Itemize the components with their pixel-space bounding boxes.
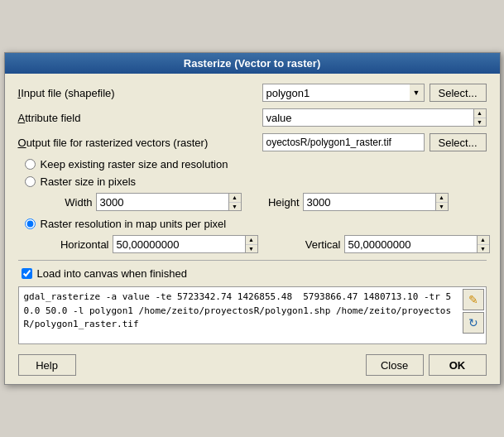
radio-raster-pixels-label: Raster size in pixels bbox=[41, 175, 137, 188]
output-file-select-btn[interactable]: Select... bbox=[430, 133, 487, 151]
input-file-select-btn[interactable]: Select... bbox=[430, 84, 487, 102]
height-spinner: ▲ ▼ bbox=[435, 193, 449, 211]
radio-keep-existing-label: Keep existing raster size and resolution bbox=[41, 158, 228, 170]
attribute-field-wrap: ▲ ▼ bbox=[262, 108, 487, 127]
help-button[interactable]: Help bbox=[18, 354, 76, 376]
height-spin: ▲ ▼ bbox=[303, 193, 449, 211]
input-file-combo: ▼ Select... bbox=[262, 84, 487, 102]
attribute-field-row: Attribute field ▲ ▼ bbox=[18, 108, 487, 127]
horizontal-spin-up[interactable]: ▲ bbox=[246, 236, 257, 245]
dialog-title: Rasterize (Vector to raster) bbox=[184, 57, 320, 70]
command-text: gdal_rasterize -a value -te 5723342.74 1… bbox=[24, 291, 481, 340]
attribute-field-label: Attribute field bbox=[18, 112, 262, 124]
height-label: Height bbox=[258, 196, 300, 209]
radio-keep-existing: Keep existing raster size and resolution bbox=[18, 158, 487, 170]
horizontal-spinner: ▲ ▼ bbox=[245, 235, 258, 253]
width-spin-down[interactable]: ▼ bbox=[229, 203, 241, 211]
vertical-spin: ▲ ▼ bbox=[344, 235, 490, 253]
radio-raster-pixels-input[interactable] bbox=[25, 176, 36, 187]
height-spin-up[interactable]: ▲ bbox=[436, 194, 448, 203]
load-canvas-checkbox[interactable] bbox=[22, 268, 32, 279]
vertical-spin-down[interactable]: ▼ bbox=[478, 245, 489, 253]
input-file-dropdown-arrow[interactable]: ▼ bbox=[410, 84, 425, 102]
radio-keep-existing-input[interactable] bbox=[25, 159, 36, 170]
horizontal-label: Horizontal bbox=[43, 238, 109, 251]
output-file-row: Output file for rasterized vectors (rast… bbox=[18, 133, 487, 151]
command-area: gdal_rasterize -a value -te 5723342.74 1… bbox=[18, 286, 487, 344]
input-file-row: IInput file (shapefile) ▼ Select... bbox=[18, 84, 487, 102]
horizontal-input[interactable] bbox=[113, 235, 245, 253]
load-canvas-label: Load into canvas when finished bbox=[37, 267, 187, 280]
width-spin: ▲ ▼ bbox=[96, 193, 242, 211]
horizontal-spin-down[interactable]: ▼ bbox=[246, 245, 257, 253]
ok-button[interactable]: OK bbox=[429, 354, 487, 376]
height-spin-down[interactable]: ▼ bbox=[436, 203, 448, 211]
vertical-spinner: ▲ ▼ bbox=[477, 235, 490, 253]
attribute-spin-down[interactable]: ▼ bbox=[474, 118, 486, 127]
width-spinner: ▲ ▼ bbox=[228, 193, 242, 211]
horizontal-spin: ▲ ▼ bbox=[113, 235, 258, 253]
cmd-buttons: ✎ ↻ bbox=[463, 289, 484, 334]
input-file-label: IInput file (shapefile) bbox=[18, 87, 262, 99]
vertical-label: Vertical bbox=[275, 238, 341, 251]
width-spin-up[interactable]: ▲ bbox=[229, 194, 241, 203]
refresh-icon: ↻ bbox=[468, 316, 478, 329]
title-bar: Rasterize (Vector to raster) bbox=[5, 53, 500, 74]
button-row: Help Close OK bbox=[18, 351, 487, 376]
vertical-group: Vertical ▲ ▼ bbox=[275, 235, 490, 253]
close-button[interactable]: Close bbox=[366, 354, 424, 376]
attribute-field-input[interactable] bbox=[262, 108, 473, 127]
dialog: Rasterize (Vector to raster) IInput file… bbox=[4, 52, 501, 385]
width-input[interactable] bbox=[96, 193, 228, 211]
radio-raster-resolution: Raster resolution in map units per pixel bbox=[18, 218, 487, 230]
resolution-section: Raster resolution in map units per pixel… bbox=[18, 218, 487, 253]
divider bbox=[18, 260, 487, 261]
resolution-inputs: Horizontal ▲ ▼ Vertical ▲ ▼ bbox=[18, 235, 487, 253]
radio-raster-pixels: Raster size in pixels bbox=[18, 175, 487, 188]
radio-raster-resolution-label: Raster resolution in map units per pixel bbox=[41, 218, 227, 230]
output-file-text[interactable]: oyectosR/polygon1_raster.tif bbox=[262, 133, 425, 151]
refresh-command-btn[interactable]: ↻ bbox=[463, 312, 484, 334]
edit-command-btn[interactable]: ✎ bbox=[463, 289, 484, 310]
pencil-icon: ✎ bbox=[468, 293, 478, 306]
vertical-input[interactable] bbox=[344, 235, 477, 253]
attribute-spin-up[interactable]: ▲ bbox=[474, 109, 486, 118]
output-file-label: Output file for rasterized vectors (rast… bbox=[18, 137, 262, 149]
height-group: Height ▲ ▼ bbox=[258, 193, 449, 211]
width-label: Width bbox=[43, 196, 93, 209]
height-input[interactable] bbox=[303, 193, 435, 211]
checkbox-row: Load into canvas when finished bbox=[18, 267, 487, 280]
input-file-input[interactable] bbox=[262, 84, 410, 102]
radio-raster-resolution-input[interactable] bbox=[25, 218, 36, 229]
right-buttons: Close OK bbox=[366, 354, 487, 376]
size-row: Width ▲ ▼ Height ▲ ▼ bbox=[18, 193, 487, 211]
vertical-spin-up[interactable]: ▲ bbox=[478, 236, 489, 245]
attribute-field-spinner: ▲ ▼ bbox=[473, 108, 487, 127]
